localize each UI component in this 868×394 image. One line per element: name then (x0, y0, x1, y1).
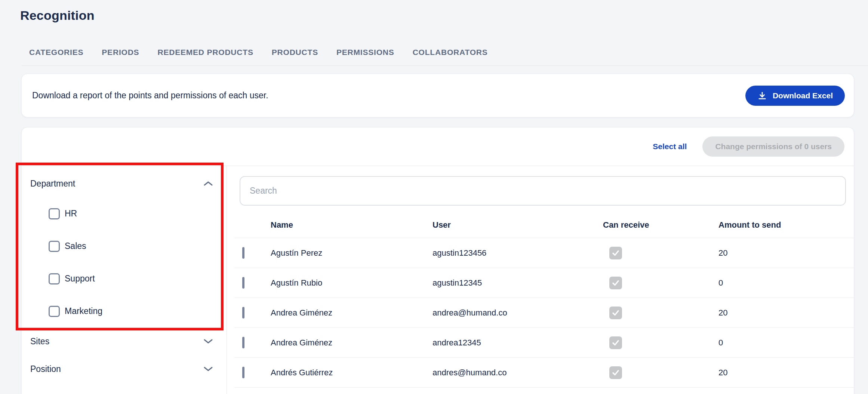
row-user: andres@humand.co (433, 368, 603, 378)
check-icon (612, 339, 620, 347)
row-select-checkbox[interactable] (242, 337, 244, 348)
permissions-panel: Select all Change permissions of 0 users… (21, 127, 854, 394)
download-icon (757, 91, 767, 101)
department-option[interactable]: Support (22, 262, 227, 295)
tabs-divider (21, 65, 868, 66)
row-can-receive-cell (603, 336, 718, 349)
column-header-can-receive: Can receive (603, 220, 718, 230)
table-row: Agustín Perez agustin123456 20 (227, 238, 854, 268)
download-excel-button[interactable]: Download Excel (745, 86, 845, 106)
filter-sites-label: Sites (30, 336, 49, 347)
select-all-link[interactable]: Select all (653, 142, 687, 151)
table-header-row: Name User Can receive Amount to send (227, 206, 854, 238)
search-input[interactable] (240, 177, 845, 205)
department-option[interactable]: Sales (22, 230, 227, 262)
department-option-label: HR (65, 209, 77, 219)
tab-bar: CATEGORIES PERIODS REDEEMED PRODUCTS PRO… (29, 48, 488, 57)
check-icon (612, 249, 620, 257)
row-checkbox-cell (242, 308, 271, 318)
row-can-receive-cell (603, 307, 718, 319)
row-checkbox-cell (242, 278, 271, 288)
can-receive-checkbox (609, 366, 622, 379)
chevron-up-icon (203, 181, 213, 187)
table-row: Agustín Rubio agustin12345 0 (227, 268, 854, 298)
tab-item[interactable]: PRODUCTS (272, 48, 318, 57)
row-user: andrea12345 (433, 338, 603, 348)
filter-section-department[interactable]: Department (22, 173, 227, 194)
filter-position-label: Position (30, 364, 61, 374)
chevron-down-icon (203, 338, 213, 344)
can-receive-checkbox (609, 307, 622, 319)
row-checkbox-cell (242, 368, 271, 378)
row-amount: 0 (718, 278, 854, 288)
search-box (240, 176, 846, 206)
department-option-checkbox[interactable] (49, 273, 60, 284)
department-option-label: Marketing (65, 306, 102, 316)
check-icon (612, 369, 620, 377)
row-amount: 20 (718, 368, 854, 378)
row-can-receive-cell (603, 247, 718, 259)
department-option-checkbox[interactable] (49, 241, 60, 252)
department-option-label: Support (65, 274, 95, 284)
row-name: Andrea Giménez (271, 338, 433, 348)
report-card: Download a report of the points and perm… (21, 74, 854, 117)
department-option[interactable]: Marketing (22, 295, 227, 327)
row-checkbox-cell (242, 248, 271, 258)
department-option-checkbox[interactable] (49, 306, 60, 317)
table-row: Andrea Giménez andrea12345 0 (227, 328, 854, 358)
table-row: Andrea Giménez andrea@humand.co 20 (227, 298, 854, 328)
row-can-receive-cell (603, 366, 718, 379)
department-option-label: Sales (65, 241, 86, 251)
page-title: Recognition (20, 8, 95, 23)
row-user: agustin123456 (433, 248, 603, 258)
row-checkbox-cell (242, 338, 271, 348)
table-row: Andrés Gutiérrez andres@humand.co 20 (227, 358, 854, 388)
report-description: Download a report of the points and perm… (32, 90, 268, 101)
tab-item[interactable]: PERMISSIONS (336, 48, 394, 57)
tab-item[interactable]: CATEGORIES (29, 48, 83, 57)
tab-item[interactable]: PERIODS (102, 48, 139, 57)
row-select-checkbox[interactable] (242, 277, 244, 289)
department-options: HR Sales Support Marketing (22, 194, 227, 327)
check-icon (612, 279, 620, 287)
column-header-amount: Amount to send (718, 220, 854, 230)
chevron-down-icon (203, 366, 213, 372)
department-option[interactable]: HR (22, 197, 227, 230)
tab-item[interactable]: COLLABORATORS (413, 48, 488, 57)
row-name: Andrea Giménez (271, 308, 433, 318)
check-icon (612, 309, 620, 317)
row-name: Andrés Gutiérrez (271, 368, 433, 378)
filter-section-sites[interactable]: Sites (22, 327, 227, 355)
filter-section-position[interactable]: Position (22, 355, 227, 383)
download-excel-label: Download Excel (773, 91, 833, 100)
department-option-checkbox[interactable] (49, 208, 60, 219)
change-permissions-button: Change permissions of 0 users (702, 136, 844, 157)
selection-toolbar: Select all Change permissions of 0 users (22, 127, 854, 166)
row-select-checkbox[interactable] (242, 247, 244, 259)
filter-department-label: Department (30, 179, 75, 189)
row-amount: 20 (718, 308, 854, 318)
row-user: andrea@humand.co (433, 308, 603, 318)
row-name: Agustín Rubio (271, 278, 433, 288)
row-can-receive-cell (603, 277, 718, 289)
row-name: Agustín Perez (271, 248, 433, 258)
row-amount: 20 (718, 248, 854, 258)
can-receive-checkbox (609, 336, 622, 349)
filters-sidebar: Department HR Sales (22, 166, 227, 394)
permissions-page: { "page": { "title": "Recognition" }, "t… (0, 0, 868, 394)
row-select-checkbox[interactable] (242, 367, 244, 378)
panel-content: Department HR Sales (22, 166, 854, 394)
row-user: agustin12345 (433, 278, 603, 288)
column-header-name: Name (271, 220, 433, 230)
column-header-user: User (433, 220, 603, 230)
row-select-checkbox[interactable] (242, 307, 244, 318)
users-table-area: Name User Can receive Amount to send Agu… (227, 166, 854, 394)
tab-item[interactable]: REDEEMED PRODUCTS (157, 48, 253, 57)
can-receive-checkbox (609, 247, 622, 259)
row-amount: 0 (718, 338, 854, 348)
can-receive-checkbox (609, 277, 622, 289)
